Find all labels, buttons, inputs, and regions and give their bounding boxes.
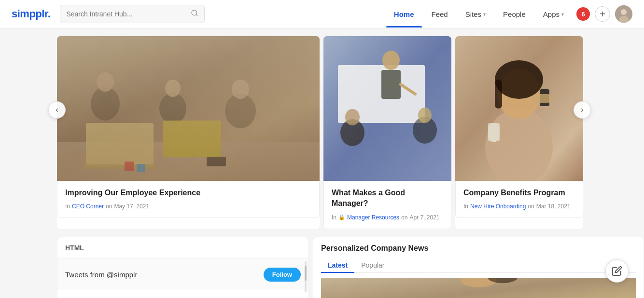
follow-button[interactable]: Follow — [264, 268, 301, 282]
logo[interactable]: simpplr. — [12, 8, 50, 20]
carousel-track: Improving Our Employee Experience In CEO… — [0, 36, 644, 229]
carousel-next-button[interactable]: › — [574, 101, 591, 119]
card-1-category[interactable]: CEO Corner — [72, 203, 104, 210]
svg-point-12 — [165, 80, 181, 97]
svg-point-21 — [382, 51, 400, 70]
chevron-down-icon: ▾ — [561, 12, 564, 17]
svg-rect-6 — [57, 142, 320, 181]
nav-apps[interactable]: Apps ▾ — [535, 6, 572, 22]
nav-right: 6 + — [576, 5, 632, 23]
svg-point-15 — [232, 80, 249, 99]
svg-point-3 — [621, 9, 627, 15]
carousel-section: ‹ — [0, 36, 644, 229]
nav-people[interactable]: People — [495, 6, 533, 22]
search-icon — [191, 9, 198, 19]
svg-rect-8 — [84, 164, 156, 169]
notification-badge[interactable]: 6 — [576, 7, 590, 21]
svg-line-1 — [196, 14, 197, 16]
news-widget: Personalized Company News Latest Popular — [313, 237, 644, 298]
news-widget-header: Personalized Company News Latest Popular — [313, 237, 644, 273]
lock-icon: 🔒 — [338, 214, 345, 220]
main-content: ‹ — [0, 28, 644, 298]
carousel-card-3: Company Benefits Program In New Hire Onb… — [455, 36, 583, 229]
svg-rect-13 — [163, 121, 221, 157]
svg-rect-16 — [207, 157, 226, 166]
chevron-down-icon: ▾ — [483, 12, 486, 17]
fab-edit-button[interactable] — [605, 259, 629, 283]
scrollbar-thumb — [305, 266, 307, 281]
html-widget: HTML Tweets from @simpplr Follow — [57, 237, 309, 298]
svg-rect-34 — [532, 94, 552, 103]
html-widget-header: HTML — [57, 237, 308, 259]
svg-point-25 — [345, 109, 360, 125]
card-3-category[interactable]: New Hire Onboarding — [470, 203, 526, 210]
carousel-card-2: What Makes a Good Manager? In 🔒 Manager … — [323, 36, 451, 229]
svg-point-11 — [159, 93, 186, 124]
bottom-row: HTML Tweets from @simpplr Follow Persona… — [0, 237, 644, 298]
card-2-category[interactable]: Manager Resources — [347, 214, 399, 221]
news-tabs: Latest Popular — [321, 258, 636, 273]
carousel-card-1: Improving Our Employee Experience In CEO… — [57, 36, 320, 229]
svg-rect-36 — [488, 123, 500, 141]
svg-point-9 — [91, 87, 120, 121]
scrollbar[interactable] — [305, 261, 307, 292]
svg-point-0 — [192, 10, 197, 15]
card-2-meta: In 🔒 Manager Resources on Apr 7, 2021 — [332, 214, 443, 221]
news-widget-title: Personalized Company News — [321, 244, 636, 253]
nav-feed[interactable]: Feed — [424, 6, 456, 22]
news-tab-latest[interactable]: Latest — [321, 258, 354, 273]
news-tab-popular[interactable]: Popular — [354, 258, 391, 273]
navbar: simpplr. Home Feed Sites ▾ People Apps ▾… — [0, 0, 644, 28]
add-button[interactable]: + — [595, 6, 610, 22]
html-widget-body: Tweets from @simpplr Follow — [57, 259, 308, 290]
card-3-body: Company Benefits Program In New Hire Onb… — [455, 181, 583, 218]
tweet-text: Tweets from @simpplr — [65, 271, 137, 279]
card-1-title: Improving Our Employee Experience — [65, 188, 311, 198]
avatar[interactable] — [615, 5, 632, 23]
card-1-image — [57, 36, 320, 181]
svg-rect-32 — [495, 80, 502, 108]
card-1-body: Improving Our Employee Experience In CEO… — [57, 181, 320, 218]
svg-point-27 — [418, 108, 432, 123]
svg-rect-17 — [125, 162, 134, 171]
svg-point-14 — [225, 94, 256, 128]
svg-rect-22 — [381, 70, 401, 99]
carousel-prev-button[interactable]: ‹ — [48, 101, 66, 119]
svg-rect-5 — [57, 36, 320, 181]
card-2-body: What Makes a Good Manager? In 🔒 Manager … — [323, 181, 451, 229]
svg-rect-18 — [137, 164, 145, 172]
svg-rect-7 — [86, 123, 154, 166]
nav-home[interactable]: Home — [386, 6, 422, 22]
card-1-meta: In CEO Corner on May 17, 2021 — [65, 203, 311, 210]
card-3-image — [455, 36, 583, 181]
tweet-row: Tweets from @simpplr Follow — [65, 263, 301, 286]
news-image-preview — [321, 278, 636, 298]
search-input[interactable] — [66, 10, 187, 18]
nav-sites[interactable]: Sites ▾ — [458, 6, 493, 22]
svg-point-10 — [97, 72, 114, 92]
search-bar — [60, 5, 205, 23]
card-3-meta: In New Hire Onboarding on Mar 18, 2021 — [463, 203, 575, 210]
card-2-image — [323, 36, 451, 181]
card-3-title: Company Benefits Program — [463, 188, 575, 198]
nav-links: Home Feed Sites ▾ People Apps ▾ — [386, 6, 572, 22]
card-2-title: What Makes a Good Manager? — [332, 188, 443, 209]
